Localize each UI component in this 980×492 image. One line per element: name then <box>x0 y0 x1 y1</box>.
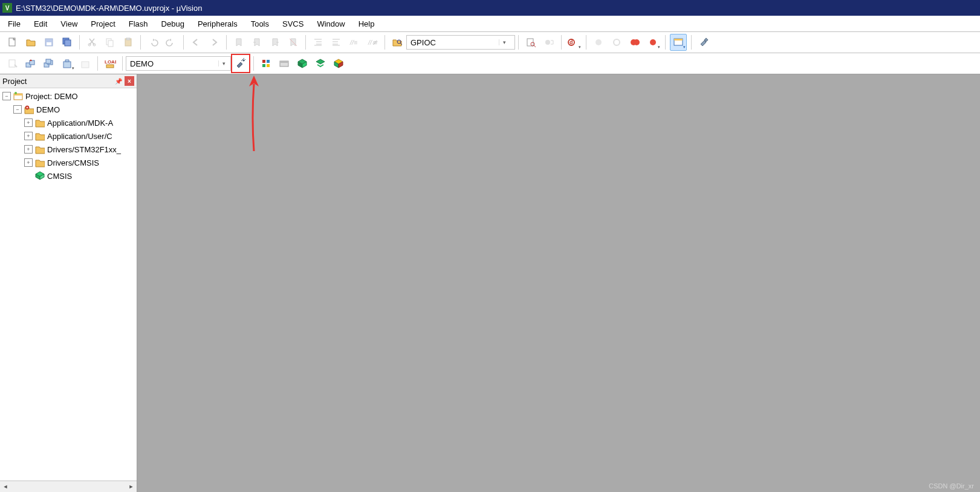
manage-components-icon[interactable] <box>331 56 346 71</box>
target-combo-text: DEMO <box>126 59 218 68</box>
component-viewer-icon[interactable] <box>313 56 328 71</box>
nav-forward-icon[interactable] <box>206 34 222 50</box>
breakpoint-icon[interactable] <box>541 34 557 50</box>
watermark: CSDN @Dir_xr <box>929 482 974 490</box>
undo-icon[interactable] <box>145 34 161 50</box>
horizontal-scrollbar[interactable]: ◄ ► <box>0 481 137 492</box>
expand-icon[interactable]: + <box>24 118 33 127</box>
select-packs-icon[interactable] <box>276 56 292 71</box>
search-combo[interactable]: GPIOC ▾ <box>406 35 515 50</box>
menu-project[interactable]: Project <box>84 16 122 31</box>
menu-flash[interactable]: Flash <box>122 16 155 31</box>
toolbar-build: ▾ LOAD DEMO ▾ <box>0 53 980 74</box>
debug-start-icon[interactable] <box>523 34 539 50</box>
chevron-down-icon[interactable]: ▾ <box>218 60 229 66</box>
tree-group[interactable]: + Drivers/STM32F1xx_ <box>1 143 137 156</box>
svg-point-37 <box>243 60 245 62</box>
svg-rect-38 <box>262 60 265 63</box>
chevron-down-icon[interactable]: ▾ <box>499 39 509 45</box>
tree-group-label: Drivers/CMSIS <box>47 158 99 167</box>
svg-rect-34 <box>82 62 89 68</box>
collapse-icon[interactable]: − <box>13 105 22 114</box>
menu-file[interactable]: File <box>1 16 27 31</box>
nav-back-icon[interactable] <box>188 34 204 50</box>
target-options-icon[interactable] <box>233 56 248 71</box>
menu-peripherals[interactable]: Peripherals <box>191 16 244 31</box>
bookmark-toggle-icon[interactable] <box>231 34 247 50</box>
build-icon[interactable] <box>23 56 39 71</box>
configure-icon[interactable] <box>696 34 712 50</box>
folder-icon <box>35 158 45 167</box>
uncomment-icon[interactable]: //≢ <box>365 34 380 50</box>
menu-view[interactable]: View <box>54 16 84 31</box>
open-file-icon[interactable] <box>23 34 39 50</box>
batch-build-icon[interactable]: ▾ <box>59 56 75 71</box>
folder-icon <box>35 144 45 154</box>
breakpoint-enable-icon[interactable]: ▾ <box>645 34 661 50</box>
menu-help[interactable]: Help <box>352 16 381 31</box>
paste-icon[interactable] <box>120 34 136 50</box>
save-all-icon[interactable] <box>59 34 75 50</box>
component-icon <box>35 171 45 181</box>
cut-icon[interactable] <box>84 34 100 50</box>
translate-icon[interactable] <box>5 56 21 71</box>
svg-point-20 <box>614 39 620 45</box>
tree-group[interactable]: + Application/MDK-A <box>1 116 137 129</box>
menu-debug[interactable]: Debug <box>155 16 191 31</box>
download-icon[interactable]: LOAD <box>102 56 118 71</box>
breakpoint-insert-icon[interactable] <box>591 34 606 50</box>
menu-svcs[interactable]: SVCS <box>276 16 310 31</box>
project-tree[interactable]: − Project: DEMO − DEMO + Application/MDK… <box>0 88 137 492</box>
redo-icon[interactable] <box>163 34 179 50</box>
annotation-highlight <box>231 54 250 73</box>
collapse-icon[interactable]: − <box>2 92 11 100</box>
expand-icon[interactable]: + <box>24 145 33 154</box>
outdent-icon[interactable] <box>328 34 344 50</box>
expand-icon[interactable]: + <box>24 132 33 140</box>
indent-icon[interactable] <box>310 34 326 50</box>
scroll-left-icon[interactable]: ◄ <box>0 482 11 491</box>
svg-rect-29 <box>30 60 34 65</box>
window-layout-icon[interactable]: ▾ <box>670 34 687 51</box>
rebuild-icon[interactable] <box>41 56 57 71</box>
scroll-right-icon[interactable]: ► <box>126 482 137 491</box>
tree-root[interactable]: − Project: DEMO <box>1 89 137 103</box>
window-title: E:\STM32\DEMO\MDK-ARM\DEMO.uvprojx - µVi… <box>16 4 202 13</box>
manage-rtos-icon[interactable] <box>258 56 274 71</box>
svg-rect-41 <box>267 64 270 67</box>
close-icon[interactable]: × <box>125 76 134 86</box>
bookmark-clear-icon[interactable] <box>285 34 301 50</box>
svg-text:d: d <box>570 39 573 45</box>
new-file-icon[interactable] <box>5 34 21 50</box>
pack-installer-icon[interactable] <box>294 56 310 71</box>
menu-tools[interactable]: Tools <box>244 16 276 31</box>
tree-group-label: Application/User/C <box>47 132 112 141</box>
svg-text://≡: //≡ <box>349 39 358 46</box>
svg-rect-4 <box>65 40 71 46</box>
find-in-files-icon[interactable] <box>389 34 405 50</box>
workspace: Project 📌 × − Project: DEMO − DEMO + App… <box>0 74 980 492</box>
bookmark-prev-icon[interactable] <box>249 34 265 50</box>
bookmark-next-icon[interactable] <box>267 34 283 50</box>
breakpoint-disable-icon[interactable] <box>609 34 625 50</box>
breakpoint-kill-icon[interactable] <box>627 34 643 50</box>
tree-component-label: CMSIS <box>47 172 72 181</box>
tree-component[interactable]: CMSIS <box>1 169 137 183</box>
stop-build-icon[interactable] <box>77 56 93 71</box>
target-combo[interactable]: DEMO ▾ <box>126 56 231 71</box>
svg-rect-33 <box>63 62 71 68</box>
comment-icon[interactable]: //≡ <box>346 34 362 50</box>
svg-rect-27 <box>9 60 15 67</box>
menu-edit[interactable]: Edit <box>27 16 54 31</box>
menu-window[interactable]: Window <box>310 16 351 31</box>
tree-group[interactable]: + Application/User/C <box>1 129 137 143</box>
debug-session-icon[interactable]: d▾ <box>566 34 582 50</box>
tree-target[interactable]: − DEMO <box>1 103 137 116</box>
tree-group[interactable]: + Drivers/CMSIS <box>1 156 137 169</box>
editor-area: CSDN @Dir_xr <box>137 74 980 492</box>
save-icon[interactable] <box>41 34 57 50</box>
expand-icon[interactable]: + <box>24 158 33 167</box>
copy-icon[interactable] <box>102 34 118 50</box>
pin-icon[interactable]: 📌 <box>114 76 123 86</box>
svg-text://≢: //≢ <box>368 39 378 46</box>
